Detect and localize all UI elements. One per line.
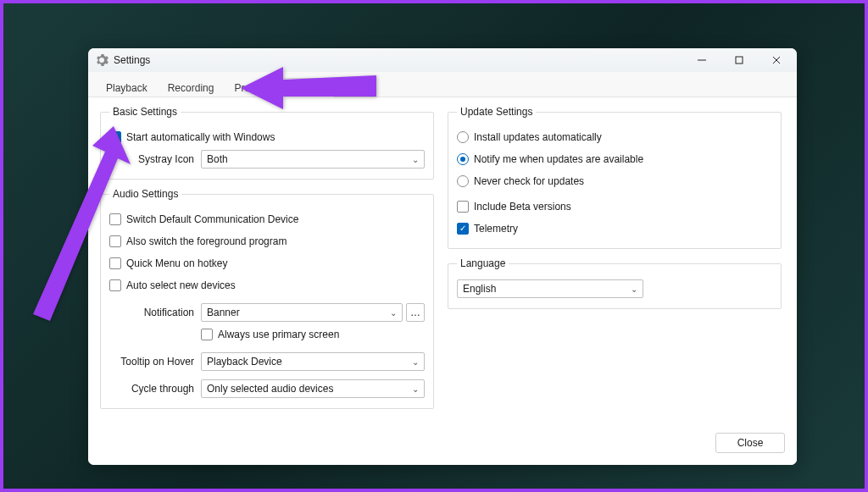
cycle-through-select[interactable]: Only selected audio devices ⌄ (201, 379, 425, 398)
update-settings-group: Update Settings Install updates automati… (448, 106, 782, 249)
update-settings-legend: Update Settings (457, 106, 536, 118)
language-value: English (463, 283, 496, 295)
notification-select[interactable]: Banner ⌄ (201, 303, 403, 322)
language-legend: Language (457, 257, 509, 269)
cycle-through-label: Cycle through (109, 383, 194, 395)
tooltip-hover-label: Tooltip on Hover (109, 356, 194, 368)
close-window-button[interactable] (758, 48, 795, 72)
update-notify-label: Notify me when updates are available (474, 153, 643, 165)
cycle-through-value: Only selected audio devices (207, 383, 333, 395)
ellipsis-icon: … (410, 307, 420, 318)
chevron-down-icon: ⌄ (412, 357, 419, 367)
language-select[interactable]: English ⌄ (457, 279, 643, 298)
tooltip-hover-value: Playback Device (207, 356, 282, 368)
switch-default-comm-label: Switch Default Communication Device (126, 213, 298, 225)
chevron-down-icon: ⌄ (631, 285, 637, 294)
left-column: Basic Settings Start automatically with … (100, 106, 434, 416)
footer: Close (88, 424, 797, 465)
systray-icon-select[interactable]: Both ⌄ (201, 150, 425, 169)
quick-menu-hotkey-label: Quick Menu on hotkey (126, 257, 227, 269)
window-controls (683, 48, 795, 72)
right-column: Update Settings Install updates automati… (448, 106, 782, 416)
tooltip-hover-select[interactable]: Playback Device ⌄ (201, 352, 425, 371)
maximize-button[interactable] (721, 48, 758, 72)
always-primary-screen-label: Always use primary screen (218, 329, 339, 340)
settings-window: Settings Playback Recording Profiles Set… (88, 48, 797, 465)
start-automatically-label: Start automatically with Windows (126, 131, 275, 143)
svg-rect-0 (736, 57, 743, 64)
basic-settings-legend: Basic Settings (109, 106, 181, 118)
audio-settings-group: Audio Settings Switch Default Communicat… (100, 188, 434, 409)
annotation-arrow-top (241, 46, 376, 122)
window-title: Settings (114, 54, 683, 66)
chevron-down-icon: ⌄ (390, 308, 397, 318)
tab-playback[interactable]: Playback (97, 78, 157, 97)
titlebar[interactable]: Settings (88, 48, 797, 72)
auto-select-devices-label: Auto select new devices (126, 279, 236, 291)
include-beta-checkbox[interactable] (457, 201, 469, 213)
update-auto-radio[interactable] (457, 131, 469, 143)
close-button-label: Close (737, 437, 764, 449)
tab-recording[interactable]: Recording (159, 78, 224, 97)
also-switch-foreground-label: Also switch the foreground program (126, 235, 287, 247)
gear-icon (95, 53, 108, 67)
update-never-label: Never check for updates (474, 175, 584, 187)
minimize-button[interactable] (683, 48, 721, 72)
systray-icon-value: Both (207, 153, 228, 165)
close-button[interactable]: Close (715, 433, 785, 453)
update-never-radio[interactable] (457, 175, 469, 187)
include-beta-label: Include Beta versions (474, 201, 571, 213)
update-notify-radio[interactable] (457, 153, 469, 165)
notification-more-button[interactable]: … (406, 303, 425, 322)
svg-marker-2 (33, 126, 131, 321)
always-primary-screen-checkbox[interactable] (201, 329, 213, 340)
chevron-down-icon: ⌄ (412, 155, 419, 164)
telemetry-label: Telemetry (474, 223, 518, 235)
svg-marker-1 (241, 67, 376, 109)
annotation-arrow-left (20, 126, 131, 329)
notification-value: Banner (207, 307, 240, 318)
telemetry-checkbox[interactable] (457, 223, 469, 235)
content-area: Basic Settings Start automatically with … (88, 97, 797, 424)
update-auto-label: Install updates automatically (474, 131, 602, 143)
tab-bar: Playback Recording Profiles Settings (88, 72, 797, 97)
language-group: Language English ⌄ (448, 257, 782, 309)
chevron-down-icon: ⌄ (412, 384, 419, 394)
